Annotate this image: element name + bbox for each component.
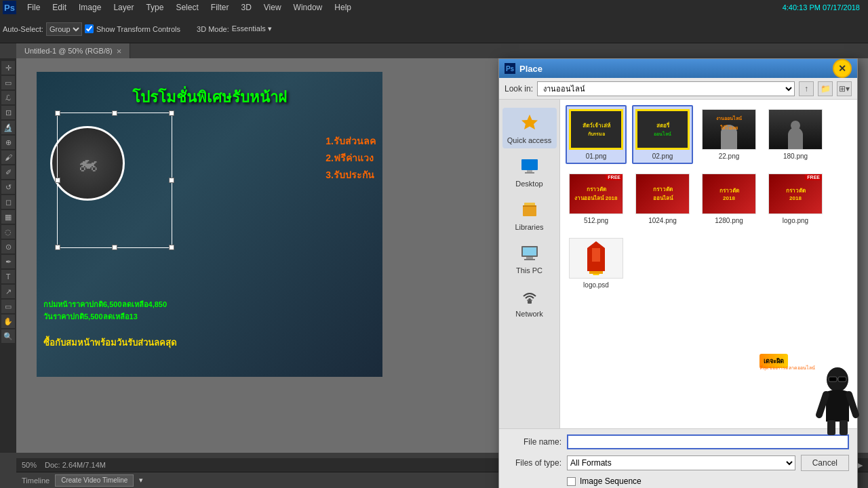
nav-this-pc[interactable]: This PC	[502, 238, 557, 279]
brush-tool[interactable]: 🖌	[1, 150, 15, 164]
file-thumb-1280: กราวตัด2018	[702, 174, 756, 214]
pen-tool[interactable]: ✒	[1, 255, 15, 268]
dialog-ps-icon: Ps	[505, 63, 515, 74]
svg-rect-15	[589, 271, 603, 274]
svg-rect-2	[527, 170, 532, 172]
sel-handle-bl	[55, 245, 60, 250]
nav-up-button[interactable]: ↑	[799, 81, 814, 96]
eyedropper-tool[interactable]: 🔬	[1, 121, 15, 134]
move-tool[interactable]: ✛	[1, 61, 15, 75]
path-select-tool[interactable]: ↗	[1, 285, 15, 298]
3d-mode-label: 3D Mode:	[197, 25, 229, 33]
file-name-1280: 1280.png	[715, 217, 743, 224]
svg-rect-10	[523, 247, 536, 256]
image-sequence-checkbox[interactable]	[567, 477, 576, 486]
file-512-png[interactable]: FREE กราวตัดงานออนไลน์ 2018 512.png	[566, 169, 627, 228]
menu-layer[interactable]: Layer	[108, 1, 139, 14]
nav-network[interactable]: Network	[502, 281, 557, 322]
libraries-icon	[519, 199, 540, 220]
play-button[interactable]: ▶	[857, 461, 863, 470]
thumb-1024-content: กราวตัดออนไลน์	[636, 174, 689, 214]
file-thumb-1024: กราวตัดออนไลน์	[635, 174, 690, 214]
filename-input[interactable]	[567, 434, 849, 449]
canvas-price-text: กปมหน้าราคาปกติ6,500ลดเหลือ4,850วันราคาป…	[43, 298, 167, 323]
thumb-1280-content: กราวตัด2018	[703, 174, 755, 214]
file-1280-png[interactable]: กราวตัด2018 1280.png	[698, 169, 760, 228]
canvas-circle-image: 🏍	[50, 126, 125, 201]
blur-tool[interactable]: ◌	[1, 225, 15, 239]
crop-tool[interactable]: ⊡	[1, 106, 15, 119]
file-180-png[interactable]: 180.png	[765, 105, 826, 164]
workspace-label: Essentials ▾	[232, 24, 272, 33]
sel-handle-br	[169, 245, 174, 250]
history-tool[interactable]: ↺	[1, 180, 15, 194]
zoom-tool[interactable]: 🔍	[1, 329, 15, 343]
create-video-timeline-btn[interactable]: Create Video Timeline	[55, 474, 134, 487]
menu-3d[interactable]: 3D	[235, 1, 256, 14]
file-thumb-01: สัตว์เจ้าเล่ห์ กับกรมอ	[569, 109, 623, 150]
lasso-tool[interactable]: ℒ	[1, 91, 15, 104]
file-02-png[interactable]: สตอรี่ ออนไลน์ 02.png	[632, 105, 693, 164]
menu-select[interactable]: Select	[170, 1, 203, 14]
eraser-tool[interactable]: ◻	[1, 195, 15, 209]
dialog-bottom: File name: Open Files of type: All Forma…	[499, 428, 857, 488]
tab-close-btn[interactable]: ×	[117, 46, 122, 56]
canvas-promo-title: โปรโมชั่นพิเศษรับหน้าฝ	[43, 85, 376, 109]
file-thumb-02: สตอรี่ ออนไลน์	[635, 109, 690, 150]
nav-libraries[interactable]: Libraries	[502, 195, 557, 235]
filetype-dropdown[interactable]: All Formats	[567, 455, 795, 470]
menu-help[interactable]: Help	[329, 1, 357, 14]
gradient-tool[interactable]: ▦	[1, 210, 15, 224]
thumb-02-content: สตอรี่ ออนไลน์	[637, 111, 688, 148]
file-1024-png[interactable]: กราวตัดออนไลน์ 1024.png	[632, 169, 693, 228]
lookin-label: Look in:	[505, 84, 533, 94]
timeline-dropdown-arrow[interactable]: ▾	[139, 476, 143, 485]
timeline-label: Timeline	[22, 476, 50, 485]
tab-title: Untitled-1 @ 50% (RGB/8)	[24, 47, 113, 55]
cancel-button[interactable]: Cancel	[801, 455, 849, 471]
new-folder-button[interactable]: 📁	[818, 81, 833, 96]
nav-desktop[interactable]: Desktop	[502, 151, 557, 192]
document-tab[interactable]: Untitled-1 @ 50% (RGB/8) ×	[16, 43, 130, 58]
auto-select-dropdown[interactable]: Group	[46, 22, 82, 36]
dodge-tool[interactable]: ⊙	[1, 240, 15, 253]
file-01-png[interactable]: สัตว์เจ้าเล่ห์ กับกรมอ 01.png	[566, 105, 627, 164]
svg-point-13	[528, 298, 531, 301]
filetype-label: Files of type:	[507, 458, 561, 468]
clone-tool[interactable]: ✐	[1, 165, 15, 179]
thumb-180-head	[791, 121, 800, 130]
svg-rect-4	[523, 205, 536, 216]
hand-tool[interactable]: ✋	[1, 314, 15, 328]
menu-edit[interactable]: Edit	[47, 1, 72, 14]
filename-row: File name: Open	[507, 434, 849, 449]
this-pc-icon	[519, 242, 540, 264]
svg-marker-16	[593, 274, 599, 275]
lookin-dropdown[interactable]: งานออนไลน์	[537, 81, 795, 96]
thumb-22-label: งานออนไลน์ให้ไปเลย	[705, 113, 753, 131]
menu-view[interactable]: View	[258, 1, 287, 14]
menu-file[interactable]: File	[22, 1, 45, 14]
view-options-button[interactable]: ⊞▾	[837, 81, 852, 96]
menu-filter[interactable]: Filter	[205, 1, 235, 14]
filetype-row: Files of type: All Formats Cancel	[507, 455, 849, 471]
shape-tool[interactable]: ▭	[1, 300, 15, 313]
svg-rect-6	[523, 205, 536, 207]
transform-controls-checkbox[interactable]	[85, 24, 94, 33]
menu-type[interactable]: Type	[140, 1, 169, 14]
place-dialog: Ps Place ✕ Look in: งานออนไลน์ ↑ 📁 ⊞▾ Qu…	[498, 58, 858, 488]
menu-window[interactable]: Window	[288, 1, 328, 14]
dialog-nav: Quick access Desktop	[499, 100, 560, 428]
nav-quick-access[interactable]: Quick access	[502, 108, 557, 148]
dialog-title: Place	[519, 64, 542, 74]
canvas-content: โปรโมชั่นพิเศษรับหน้าฝ 🏍 1.รับส่วนลค2.ฟร…	[37, 72, 382, 377]
dialog-close-button[interactable]: ✕	[833, 59, 852, 78]
text-tool[interactable]: T	[1, 270, 15, 283]
file-logo-png[interactable]: FREE กราวตัด2018 logo.png	[765, 169, 826, 228]
heal-tool[interactable]: ⊕	[1, 136, 15, 149]
canvas-promo-list: 1.รับส่วนลค2.ฟรีค่าแวง3.รับประกัน	[326, 133, 376, 184]
options-toolbar: Auto-Select: Group Show Transform Contro…	[0, 15, 868, 43]
select-tool[interactable]: ▭	[1, 76, 15, 89]
file-logo-psd[interactable]: logo.psd	[566, 234, 627, 293]
file-22-png[interactable]: งานออนไลน์ให้ไปเลย 22.png	[698, 105, 760, 164]
menu-image[interactable]: Image	[73, 1, 106, 14]
